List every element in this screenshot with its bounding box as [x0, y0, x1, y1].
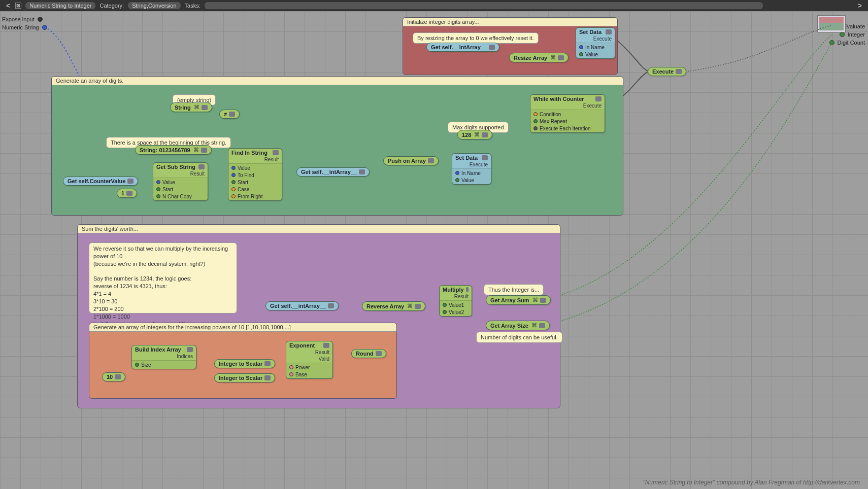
node-get-sub-string[interactable]: Get Sub String Result Value Start N Char…	[153, 162, 208, 201]
forward-arrow[interactable]: >	[855, 2, 865, 10]
comment-reset: By resizing the array to 0 we effectivel…	[413, 32, 539, 44]
node-icon	[323, 343, 329, 348]
node-icon	[187, 347, 193, 352]
node-icon	[201, 148, 207, 153]
node-output: Indices	[132, 354, 196, 360]
port-value[interactable]: Value	[452, 177, 491, 184]
node-label: 128	[462, 132, 471, 138]
link-icon: ⌘	[474, 131, 480, 138]
node-exponent[interactable]: Exponent Result Valid Power Base	[286, 341, 333, 379]
category-label: Category:	[99, 3, 124, 9]
node-get-intarray-3[interactable]: Get self.__intArray__	[265, 301, 339, 310]
canvas[interactable]: Expose input Numeric String Evaluate Int…	[0, 11, 868, 489]
port-exec-iter[interactable]: Execute Each Iteration	[530, 125, 605, 132]
minimap[interactable]	[817, 15, 846, 32]
node-get-intarray-1[interactable]: Get self.__intArray__	[426, 43, 499, 52]
port-in-name[interactable]: In Name	[576, 44, 615, 51]
port-in-name[interactable]: In Name	[452, 169, 491, 177]
close-icon[interactable]: ⊠	[15, 3, 21, 9]
node-label: String: 0123456789	[140, 147, 190, 153]
port-value2[interactable]: Value2	[440, 308, 472, 316]
port-start[interactable]: Start	[153, 186, 208, 193]
port-max-repeat[interactable]: Max Repeat	[530, 118, 605, 125]
node-reverse-array[interactable]: Reverse Array⌘	[362, 301, 425, 311]
category-field[interactable]: String,Conversion	[128, 2, 180, 9]
node-output-valid: Valid	[286, 356, 332, 363]
port-value[interactable]: Value	[576, 51, 615, 58]
node-title: Set Data	[455, 155, 478, 161]
port-dot[interactable]	[829, 40, 834, 45]
node-icon	[127, 179, 133, 184]
node-label: Get self.__intArray__	[301, 169, 357, 175]
node-resize-array[interactable]: Resize Array⌘	[509, 53, 569, 62]
node-set-data-1[interactable]: Set Data Execute In Name Value	[576, 27, 615, 59]
node-icon	[415, 304, 421, 309]
port-digit-count: Digit Count	[829, 40, 865, 46]
port-power[interactable]: Power	[286, 364, 332, 371]
port-value[interactable]: Value	[228, 164, 282, 171]
port-start[interactable]: Start	[228, 179, 282, 186]
port-label: Integer	[848, 31, 865, 38]
node-output: Result	[440, 294, 472, 300]
port-tofind[interactable]: To Find	[228, 171, 282, 179]
node-value-10[interactable]: 10	[102, 372, 125, 381]
port-base[interactable]: Base	[286, 371, 332, 378]
node-icon	[606, 29, 612, 34]
node-find-in-string[interactable]: Find In String Result Value To Find Star…	[228, 148, 282, 201]
node-get-array-size[interactable]: Get Array Size⌘	[486, 321, 550, 330]
node-icon	[359, 169, 365, 174]
node-int-to-scalar-1[interactable]: Integer to Scalar	[214, 359, 275, 368]
port-dot[interactable]	[38, 17, 43, 22]
node-icon	[466, 287, 469, 292]
comment-thus-int: Thus the Integer is...	[484, 284, 544, 295]
port-condition[interactable]: Condition	[530, 111, 605, 118]
node-string-digits[interactable]: String: 0123456789⌘	[135, 145, 212, 155]
node-push-on-array[interactable]: Push on Array	[383, 156, 439, 165]
port-dot[interactable]	[42, 25, 47, 30]
port-label: Expose input	[2, 16, 35, 22]
node-title: Exponent	[289, 342, 315, 348]
port-case[interactable]: Case	[228, 186, 282, 193]
node-icon	[676, 69, 682, 74]
node-round[interactable]: Round	[351, 349, 386, 358]
port-value[interactable]: Value	[153, 179, 208, 186]
port-size[interactable]: Size	[132, 361, 196, 368]
node-multiply[interactable]: Multiply Result Value1 Value2	[439, 285, 472, 317]
node-string-empty[interactable]: String⌘	[170, 102, 212, 112]
node-label: Reverse Array	[366, 303, 404, 309]
node-icon	[482, 132, 488, 137]
node-value-1[interactable]: 1	[117, 189, 137, 198]
node-label: String	[175, 104, 191, 111]
link-icon: ⌘	[532, 297, 538, 303]
node-get-intarray-2[interactable]: Get self.__intArray__	[296, 167, 370, 177]
compound-name-field[interactable]: Numeric String to Integer	[25, 2, 95, 9]
node-while-counter[interactable]: While with Counter Execute Condition Max…	[530, 94, 605, 133]
node-title: Find In String	[231, 150, 268, 156]
node-counter-value[interactable]: Get self.CounterValue	[63, 177, 138, 186]
node-icon	[126, 191, 132, 196]
node-title: Build Index Array	[135, 346, 181, 353]
port-ncharcopy[interactable]: N Char Copy	[153, 193, 208, 200]
link-icon: ⌘	[550, 54, 556, 61]
tasks-field[interactable]	[205, 2, 763, 9]
node-label: Push on Array	[388, 158, 426, 164]
node-build-index-array[interactable]: Build Index Array Indices Size	[131, 345, 196, 369]
node-get-array-sum[interactable]: Get Array Sum⌘	[486, 295, 551, 305]
node-label: Get self.__intArray__	[270, 303, 326, 309]
node-label: 10	[107, 374, 113, 380]
node-execute[interactable]: Execute	[648, 67, 686, 76]
node-output: Result	[153, 171, 208, 178]
port-dot[interactable]	[840, 32, 845, 37]
link-icon: ⌘	[407, 303, 413, 309]
node-int-to-scalar-2[interactable]: Integer to Scalar	[214, 373, 275, 382]
port-fromright[interactable]: From Right	[228, 193, 282, 200]
node-output: Execute	[530, 103, 605, 110]
comment-num-digits: Number of digits can be useful.	[476, 332, 562, 343]
node-not-equal[interactable]: ≠	[219, 110, 240, 119]
node-value-128[interactable]: 128⌘	[457, 130, 492, 139]
node-icon	[539, 323, 545, 328]
node-set-data-2[interactable]: Set Data Execute In Name Value	[452, 153, 491, 185]
back-arrow[interactable]: <	[3, 2, 13, 10]
node-output: Execute	[576, 36, 615, 43]
port-value1[interactable]: Value1	[440, 301, 472, 308]
